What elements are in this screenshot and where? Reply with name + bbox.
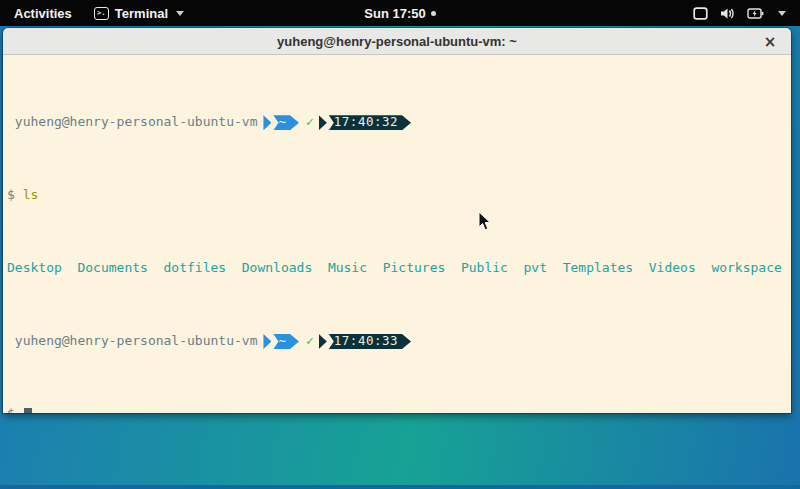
terminal-content[interactable]: yuheng@henry-personal-ubuntu-vm ~ ✓ 17:4…: [3, 55, 791, 413]
typed-command: ls: [23, 187, 39, 202]
powerline-chevron-icon: [319, 115, 327, 130]
top-bar-left: Activities >. Terminal: [0, 4, 693, 23]
close-button[interactable]: ×: [759, 28, 781, 55]
prompt-line-1: yuheng@henry-personal-ubuntu-vm ~ ✓ 17:4…: [7, 115, 791, 130]
chevron-down-icon: [176, 11, 184, 16]
directory-entry: dotfiles: [164, 260, 227, 275]
volume-icon: [720, 7, 735, 20]
directory-entry: Public: [461, 260, 508, 275]
prompt-line-2: yuheng@henry-personal-ubuntu-vm ~ ✓ 17:4…: [7, 334, 791, 349]
powerline-path-segment: ~: [273, 334, 299, 349]
desktop-bottom-edge: [0, 485, 800, 489]
directory-entry: workspace: [711, 260, 781, 275]
app-menu-terminal[interactable]: >. Terminal: [94, 6, 184, 21]
directory-entry: Pictures: [383, 260, 446, 275]
directory-entry: Music: [328, 260, 367, 275]
powerline-chevron-icon: [263, 334, 271, 349]
command-line: $ ls: [7, 188, 791, 203]
clock-button[interactable]: Sun 17:50: [364, 6, 425, 21]
prompt-username: yuheng@henry-personal-ubuntu-vm: [7, 334, 257, 349]
window-title: yuheng@henry-personal-ubuntu-vm: ~: [277, 34, 517, 49]
directory-entry: Downloads: [242, 260, 312, 275]
text-cursor: [24, 408, 32, 413]
powerline-time-segment: 17:40:32: [329, 115, 411, 130]
directory-entry: Desktop: [7, 260, 62, 275]
ls-output-line: DesktopDocumentsdotfilesDownloadsMusicPi…: [7, 261, 791, 276]
system-menu-chevron-icon: [778, 11, 786, 16]
status-check-icon: ✓: [306, 115, 314, 130]
directory-entry: Videos: [649, 260, 696, 275]
directory-entry: Documents: [77, 260, 147, 275]
powerline-chevron-icon: [263, 115, 271, 130]
window-titlebar[interactable]: yuheng@henry-personal-ubuntu-vm: ~ ×: [3, 28, 791, 55]
app-menu-label: Terminal: [115, 6, 168, 21]
powerline-chevron-icon: [319, 334, 327, 349]
input-line[interactable]: $: [7, 407, 791, 413]
display-icon: [693, 7, 708, 20]
terminal-icon: >.: [94, 7, 109, 20]
status-check-icon: ✓: [306, 334, 314, 349]
top-bar: Activities >. Terminal Sun 17:50: [0, 0, 800, 26]
directory-entry: Templates: [563, 260, 633, 275]
activities-button[interactable]: Activities: [10, 4, 76, 23]
directory-entry: pvt: [524, 260, 547, 275]
shell-prompt-symbol: $: [7, 187, 23, 202]
system-status-area[interactable]: [693, 7, 800, 20]
terminal-window: yuheng@henry-personal-ubuntu-vm: ~ × yuh…: [3, 28, 791, 413]
battery-charging-icon: [747, 7, 764, 20]
prompt-username: yuheng@henry-personal-ubuntu-vm: [7, 115, 257, 130]
shell-prompt-symbol: $: [7, 406, 23, 413]
powerline-time-segment: 17:40:33: [329, 334, 411, 349]
powerline-path-segment: ~: [273, 115, 299, 130]
